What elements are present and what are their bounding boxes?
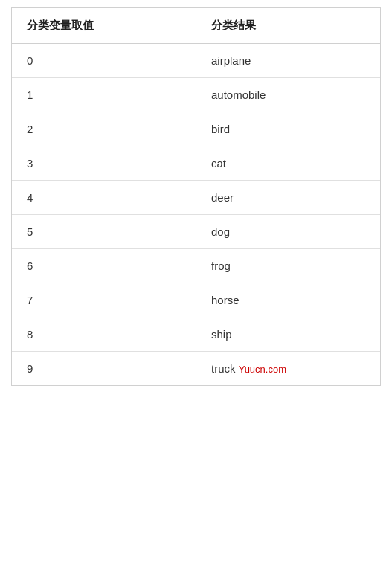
cell-label: truck Yuucn.com [196,352,381,386]
table-row: 7horse [12,283,380,317]
cell-label: airplane [196,44,381,78]
table-row: 4deer [12,181,380,215]
cell-label: cat [196,146,381,181]
cell-label: bird [196,112,381,146]
table-row: 5dog [12,215,380,249]
table-header-row: 分类变量取值 分类结果 [12,8,380,44]
cell-label: deer [196,181,381,215]
cell-index: 2 [12,112,196,146]
cell-index: 8 [12,317,196,352]
cell-label-text: truck [211,362,239,375]
cell-index: 9 [12,352,196,386]
cell-index: 5 [12,215,196,249]
cell-index: 4 [12,181,196,215]
table-row: 2bird [12,112,380,146]
cell-label: frog [196,249,381,283]
cell-index: 3 [12,146,196,181]
cell-index: 0 [12,44,196,78]
table-row: 1automobile [12,78,380,112]
table-row: 8ship [12,317,380,352]
cell-label: automobile [196,78,381,112]
classification-table: 分类变量取值 分类结果 0airplane1automobile2bird3ca… [11,7,381,386]
cell-label: horse [196,283,381,317]
header-result: 分类结果 [196,8,381,44]
table-row: 3cat [12,146,380,181]
table-row: 6frog [12,249,380,283]
watermark: Yuucn.com [239,364,286,375]
table-row: 9truck Yuucn.com [12,352,380,386]
cell-index: 6 [12,249,196,283]
header-index: 分类变量取值 [12,8,196,44]
cell-label: ship [196,317,381,352]
table-row: 0airplane [12,44,380,78]
cell-index: 1 [12,78,196,112]
cell-label: dog [196,215,381,249]
cell-index: 7 [12,283,196,317]
